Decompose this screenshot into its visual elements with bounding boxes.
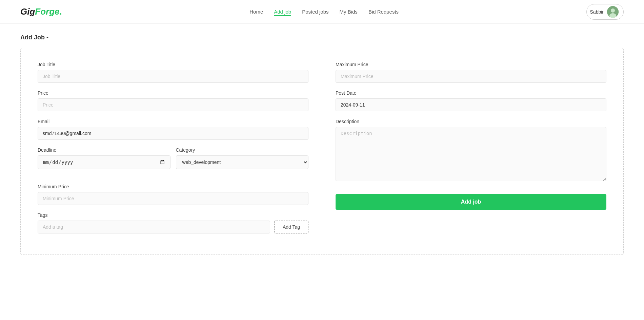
logo-dot: . — [60, 6, 62, 17]
price-group: Price — [38, 90, 308, 111]
maximum-price-input[interactable] — [336, 70, 606, 83]
logo-forge: Forge — [35, 6, 59, 17]
form-container: Job Title Price Email — [20, 48, 624, 255]
category-group: Category web_development mobile_developm… — [176, 147, 309, 169]
email-group: Email — [38, 119, 308, 140]
description-textarea[interactable] — [336, 127, 606, 181]
nav-links: Home Add job Posted jobs My Bids Bid Req… — [249, 9, 399, 15]
email-label: Email — [38, 119, 308, 124]
form-right: Maximum Price Post Date 2024-09-11 Descr… — [336, 62, 606, 241]
nav-home[interactable]: Home — [249, 9, 263, 15]
page-title: Add Job - — [20, 34, 624, 41]
tags-input[interactable] — [38, 221, 270, 233]
add-job-form: Job Title Price Email — [38, 62, 606, 241]
post-date-group: Post Date 2024-09-11 — [336, 90, 606, 111]
avatar — [607, 6, 619, 18]
price-label: Price — [38, 90, 308, 96]
nav-bid-requests[interactable]: Bid Requests — [368, 9, 399, 15]
deadline-category-row: Deadline Category web_development mobile… — [38, 147, 308, 169]
minimum-price-label: Minimum Price — [38, 184, 308, 189]
maximum-price-label: Maximum Price — [336, 62, 606, 67]
deadline-input[interactable] — [38, 155, 170, 169]
nav-my-bids[interactable]: My Bids — [340, 9, 358, 15]
form-left: Job Title Price Email — [38, 62, 308, 241]
user-name: Sabbir — [590, 9, 604, 15]
deadline-group: Deadline — [38, 147, 170, 169]
deadline-label: Deadline — [38, 147, 170, 153]
minimum-price-group: Minimum Price — [38, 184, 308, 205]
nav-add-job[interactable]: Add job — [274, 9, 291, 16]
logo-link[interactable]: GigForge. — [20, 6, 62, 17]
avatar-image — [607, 6, 619, 18]
user-profile-button[interactable]: Sabbir — [586, 4, 624, 20]
post-date-label: Post Date — [336, 90, 606, 96]
job-title-label: Job Title — [38, 62, 308, 67]
category-label: Category — [176, 147, 309, 153]
navbar: GigForge. Home Add job Posted jobs My Bi… — [0, 0, 644, 24]
email-input[interactable] — [38, 127, 308, 140]
main-content: Add Job - Job Title Price — [0, 24, 644, 265]
nav-posted-jobs[interactable]: Posted jobs — [302, 9, 328, 15]
form-grid: Job Title Price Email — [38, 62, 606, 241]
category-select[interactable]: web_development mobile_development desig… — [176, 155, 309, 169]
job-title-group: Job Title — [38, 62, 308, 83]
minimum-price-input[interactable] — [38, 192, 308, 205]
description-label: Description — [336, 119, 606, 124]
tags-label: Tags — [38, 212, 308, 218]
price-input[interactable] — [38, 98, 308, 111]
tags-row: Add Tag — [38, 221, 308, 233]
maximum-price-group: Maximum Price — [336, 62, 606, 83]
svg-point-1 — [611, 8, 615, 13]
post-date-value: 2024-09-11 — [336, 98, 606, 111]
tags-group: Tags Add Tag — [38, 212, 308, 233]
add-tag-button[interactable]: Add Tag — [274, 221, 308, 233]
add-job-button[interactable]: Add job — [336, 194, 606, 210]
job-title-input[interactable] — [38, 70, 308, 83]
logo-gig: Gig — [20, 6, 35, 17]
description-group: Description — [336, 119, 606, 183]
